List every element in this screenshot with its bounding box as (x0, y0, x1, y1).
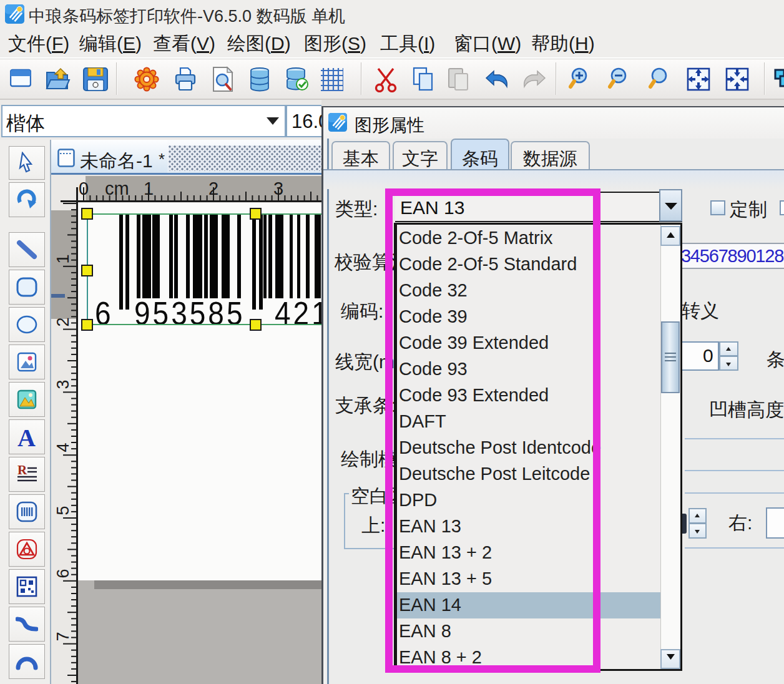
svg-text:2: 2 (54, 317, 72, 326)
svg-text:3: 3 (54, 379, 72, 389)
svg-text:1: 1 (144, 178, 154, 198)
svg-text:7: 7 (54, 632, 72, 641)
svg-text:2: 2 (208, 178, 218, 198)
svg-text:cm: cm (105, 178, 129, 198)
svg-text:5: 5 (54, 506, 72, 515)
svg-text:1: 1 (54, 254, 72, 263)
svg-text:4: 4 (54, 442, 72, 452)
svg-text:R: R (17, 463, 27, 477)
svg-text:3: 3 (273, 178, 283, 198)
svg-text:6: 6 (54, 569, 72, 578)
svg-text:0: 0 (79, 178, 89, 198)
